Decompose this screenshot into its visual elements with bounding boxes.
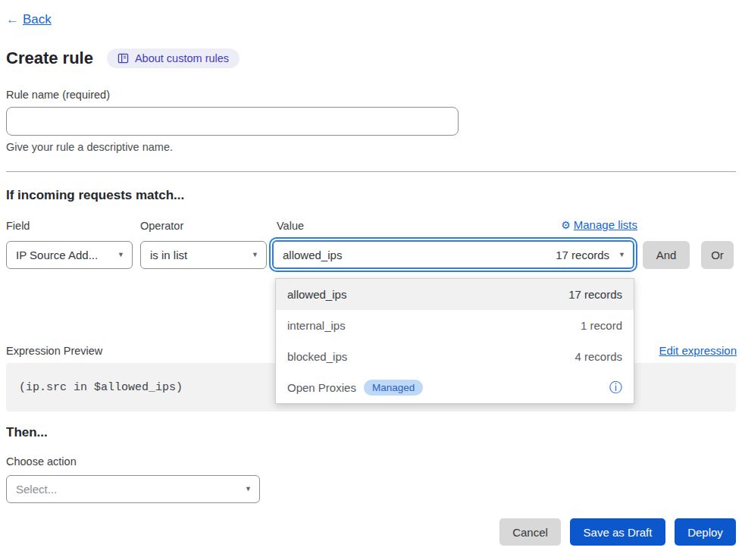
field-select[interactable]: IP Source Add... ▼: [6, 241, 133, 269]
list-item-name: internal_ips: [287, 319, 346, 332]
action-select-placeholder: Select...: [16, 483, 57, 496]
about-custom-rules-label: About custom rules: [135, 52, 229, 64]
list-item-count: 17 records: [568, 288, 622, 301]
and-button[interactable]: And: [643, 241, 690, 269]
list-item-count: 4 records: [575, 350, 622, 363]
expression-preview-label: Expression Preview: [6, 345, 102, 357]
or-button[interactable]: Or: [701, 241, 734, 269]
rule-name-helper: Give your rule a descriptive name.: [6, 141, 173, 153]
value-select-count: 17 records: [556, 249, 609, 261]
value-select-name: allowed_ips: [283, 249, 342, 261]
action-select[interactable]: Select... ▼: [6, 475, 260, 503]
expression-code: (ip.src in $allowed_ips): [6, 381, 183, 394]
cancel-button[interactable]: Cancel: [499, 518, 561, 546]
field-select-value: IP Source Add...: [16, 249, 98, 261]
about-custom-rules-link[interactable]: About custom rules: [107, 48, 240, 68]
back-link-label: Back: [23, 12, 52, 27]
rule-name-input[interactable]: [6, 107, 459, 136]
operator-label: Operator: [140, 220, 183, 232]
then-section-heading: Then...: [6, 425, 48, 440]
back-link[interactable]: ←Back: [6, 12, 52, 27]
chevron-down-icon: ▼: [245, 486, 252, 493]
value-label: Value: [277, 220, 304, 232]
value-select-focus-ring: allowed_ips 17 records ▼: [269, 237, 637, 272]
list-item-count: 1 record: [581, 319, 622, 332]
list-item-allowed-ips[interactable]: allowed_ips 17 records: [276, 279, 634, 310]
chevron-down-icon: ▼: [618, 252, 625, 258]
managed-badge: Managed: [364, 380, 423, 396]
edit-expression-link[interactable]: Edit expression: [659, 344, 737, 357]
page-title: Create rule: [6, 48, 93, 68]
save-as-draft-button[interactable]: Save as Draft: [570, 518, 665, 546]
info-icon[interactable]: ⓘ: [609, 381, 622, 394]
manage-lists-label: Manage lists: [574, 218, 637, 231]
list-item-name: blocked_ips: [287, 350, 347, 363]
choose-action-label: Choose action: [6, 455, 77, 468]
gear-icon: ⚙: [561, 220, 571, 230]
operator-select[interactable]: is in list ▼: [140, 241, 267, 269]
chevron-down-icon: ▼: [117, 252, 124, 258]
section-divider: [6, 171, 736, 172]
operator-select-value: is in list: [150, 249, 187, 261]
title-bar: Create rule About custom rules: [6, 48, 240, 68]
list-item-name: Open Proxies: [287, 381, 356, 394]
value-dropdown: allowed_ips 17 records internal_ips 1 re…: [275, 278, 634, 404]
back-arrow-icon: ←: [6, 12, 19, 27]
deploy-button[interactable]: Deploy: [675, 518, 736, 546]
list-item-internal-ips[interactable]: internal_ips 1 record: [276, 310, 634, 341]
list-item-open-proxies[interactable]: Open Proxies Managed ⓘ: [276, 372, 634, 403]
value-select[interactable]: allowed_ips 17 records ▼: [272, 240, 634, 269]
rule-name-label: Rule name (required): [6, 89, 110, 101]
create-rule-page: ←Back Create rule About custom rules Rul…: [0, 0, 742, 560]
list-item-blocked-ips[interactable]: blocked_ips 4 records: [276, 341, 634, 372]
match-section-heading: If incoming requests match...: [6, 188, 184, 203]
list-item-name: allowed_ips: [287, 288, 346, 301]
field-label: Field: [6, 220, 30, 232]
book-icon: [117, 53, 129, 64]
chevron-down-icon: ▼: [252, 252, 258, 258]
manage-lists-link[interactable]: ⚙ Manage lists: [561, 218, 637, 231]
